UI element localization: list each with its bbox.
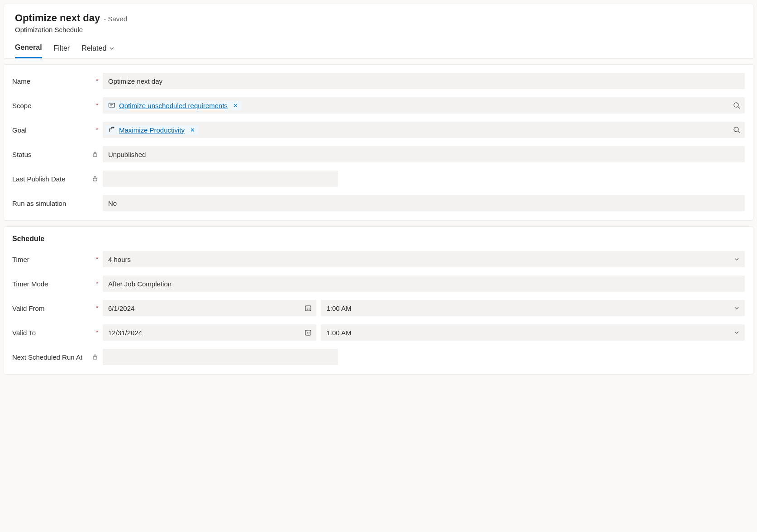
tab-filter-label: Filter <box>54 44 70 52</box>
label-run-sim: Run as simulation <box>12 200 98 207</box>
goal-lookup[interactable]: Maximize Productivity ✕ <box>103 122 745 138</box>
svg-point-8 <box>307 309 308 310</box>
scope-entity-icon <box>108 102 115 109</box>
lock-icon <box>92 354 98 360</box>
run-sim-field[interactable]: No <box>103 195 745 211</box>
label-last-publish: Last Publish Date <box>12 175 92 183</box>
goal-entity-icon <box>108 126 115 133</box>
label-valid-to: Valid To <box>12 329 94 337</box>
saved-status: - Saved <box>104 15 127 23</box>
valid-from-time-value: 1:00 AM <box>326 304 351 312</box>
label-next-run: Next Scheduled Run At <box>12 353 92 361</box>
search-icon[interactable] <box>733 126 740 133</box>
timer-select[interactable]: 4 hours <box>103 251 745 267</box>
row-status: Status Unpublished <box>12 146 745 162</box>
scope-tag: Optimize unscheduled requirements ✕ <box>105 101 242 110</box>
label-name: Name <box>12 77 94 85</box>
svg-rect-3 <box>93 154 97 157</box>
svg-rect-5 <box>305 306 311 311</box>
chevron-down-icon <box>734 305 739 311</box>
calendar-icon[interactable] <box>305 329 312 336</box>
svg-rect-0 <box>109 103 115 107</box>
search-icon[interactable] <box>733 102 740 109</box>
row-name: Name * Optimize next day <box>12 73 745 89</box>
required-star: * <box>94 305 98 311</box>
row-valid-to: Valid To * 12/31/2024 1:00 AM <box>12 324 745 341</box>
remove-scope-icon[interactable]: ✕ <box>231 102 238 109</box>
chevron-down-icon <box>734 256 739 262</box>
valid-from-date[interactable]: 6/1/2024 <box>103 300 316 316</box>
timer-mode-field[interactable]: After Job Completion <box>103 276 745 292</box>
svg-point-13 <box>307 333 308 334</box>
form-header: Optimize next day - Saved Optimization S… <box>4 4 753 59</box>
valid-to-date-value: 12/31/2024 <box>108 329 142 337</box>
required-star: * <box>94 280 98 287</box>
form-tabs: General Filter Related <box>15 43 742 58</box>
svg-point-14 <box>309 333 310 334</box>
entity-subtitle: Optimization Schedule <box>15 26 742 33</box>
required-star: * <box>94 256 98 262</box>
row-valid-from: Valid From * 6/1/2024 1:00 AM <box>12 300 745 316</box>
name-input[interactable]: Optimize next day <box>103 73 745 89</box>
required-star: * <box>94 127 98 133</box>
remove-goal-icon[interactable]: ✕ <box>188 127 195 133</box>
label-timer-mode: Timer Mode <box>12 280 94 288</box>
valid-to-date[interactable]: 12/31/2024 <box>103 324 316 341</box>
goal-tag: Maximize Productivity ✕ <box>105 125 199 135</box>
svg-rect-4 <box>93 178 97 181</box>
svg-point-6 <box>307 308 308 309</box>
goal-link[interactable]: Maximize Productivity <box>119 126 185 134</box>
valid-to-time[interactable]: 1:00 AM <box>321 324 745 341</box>
row-run-sim: Run as simulation No <box>12 195 745 211</box>
scope-link[interactable]: Optimize unscheduled requirements <box>119 102 228 109</box>
lock-icon <box>92 176 98 182</box>
calendar-icon[interactable] <box>305 304 312 312</box>
tab-related[interactable]: Related <box>81 43 114 58</box>
label-goal: Goal <box>12 126 94 134</box>
schedule-section: Schedule Timer * 4 hours Timer Mode * Af… <box>4 226 753 375</box>
tab-general-label: General <box>15 43 42 52</box>
timer-value: 4 hours <box>108 256 131 263</box>
valid-from-date-value: 6/1/2024 <box>108 304 134 312</box>
tab-related-label: Related <box>81 44 106 52</box>
page-title: Optimize next day <box>15 12 100 24</box>
tab-filter[interactable]: Filter <box>54 43 70 58</box>
row-goal: Goal * Maximize Productivity ✕ <box>12 122 745 138</box>
run-sim-value: No <box>108 200 117 207</box>
valid-from-time[interactable]: 1:00 AM <box>321 300 745 316</box>
svg-point-12 <box>309 332 310 333</box>
label-timer: Timer <box>12 256 94 263</box>
row-timer-mode: Timer Mode * After Job Completion <box>12 276 745 292</box>
svg-rect-10 <box>305 330 311 335</box>
valid-to-time-value: 1:00 AM <box>326 329 351 337</box>
status-field: Unpublished <box>103 146 745 162</box>
schedule-title: Schedule <box>12 235 745 243</box>
svg-point-7 <box>309 308 310 309</box>
svg-point-9 <box>309 309 310 310</box>
row-last-publish: Last Publish Date <box>12 171 745 187</box>
chevron-down-icon <box>109 46 114 51</box>
row-next-run: Next Scheduled Run At <box>12 349 745 365</box>
label-valid-from: Valid From <box>12 304 94 312</box>
svg-point-1 <box>734 103 738 107</box>
chevron-down-icon <box>734 330 739 335</box>
tab-general[interactable]: General <box>15 43 42 58</box>
label-scope: Scope <box>12 102 94 109</box>
svg-point-2 <box>734 127 738 132</box>
timer-mode-value: After Job Completion <box>108 280 171 288</box>
svg-rect-15 <box>93 356 97 359</box>
required-star: * <box>94 78 98 84</box>
status-value: Unpublished <box>108 151 146 158</box>
required-star: * <box>94 329 98 336</box>
svg-point-11 <box>307 332 308 333</box>
next-run-field <box>103 349 338 365</box>
row-scope: Scope * Optimize unscheduled requirement… <box>12 97 745 114</box>
last-publish-field <box>103 171 338 187</box>
general-section: Name * Optimize next day Scope * Optimiz… <box>4 64 753 221</box>
required-star: * <box>94 102 98 109</box>
lock-icon <box>92 151 98 157</box>
name-value: Optimize next day <box>108 77 162 85</box>
label-status: Status <box>12 151 92 158</box>
scope-lookup[interactable]: Optimize unscheduled requirements ✕ <box>103 97 745 114</box>
row-timer: Timer * 4 hours <box>12 251 745 267</box>
